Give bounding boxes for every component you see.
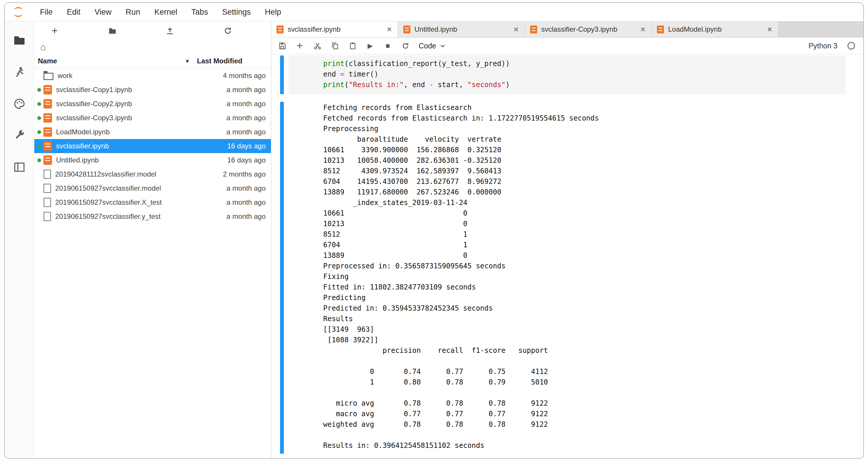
notebook-icon [43,99,52,108]
code-cell: print(classification_report(y_test, y_pr… [280,56,846,94]
close-icon[interactable]: × [767,25,773,34]
interrupt-kernel-button[interactable]: ■ [383,41,392,50]
tab-label: svclassifier-Copy3.ipynb [541,25,636,33]
command-palette-icon[interactable] [13,98,26,110]
close-icon[interactable]: × [513,25,519,34]
notebook-icon [43,141,52,151]
file-name: 201904281112svclassifier.model [55,170,195,178]
file-row[interactable]: 201906150927svcclassifier.X_testa month … [34,195,271,209]
tab-svclassifier.ipynb[interactable]: svclassifier.ipynb× [271,22,398,37]
menu-item-edit[interactable]: Edit [60,8,88,17]
cut-cells-button[interactable] [313,41,322,50]
column-name[interactable]: Name [38,57,57,65]
upload-button[interactable] [165,26,175,36]
menu-item-view[interactable]: View [88,8,119,17]
file-row[interactable]: svclassifier-Copy2.ipynba month ago [34,97,271,111]
file-icon [43,169,51,179]
menu-item-run[interactable]: Run [119,8,147,17]
restart-kernel-button[interactable] [401,41,410,50]
file-name: 201906150927svcclassifier.model [55,184,195,192]
file-modified: 2 months ago [195,170,268,178]
chevron-down-icon [440,43,445,49]
kernel-running-dot [37,88,41,92]
file-row[interactable]: LoadModel.ipynba month ago [34,125,271,139]
notebook-toolbar: + ▶ ■ Code [271,37,863,54]
file-modified: a month ago [195,86,268,94]
notebook-icon [43,156,52,165]
file-name: svclassifier-Copy1.ipynb [56,86,195,94]
file-list: work4 months agosvclassifier-Copy1.ipynb… [34,69,271,458]
file-row[interactable]: svclassifier.ipynb16 days ago [34,139,271,153]
new-launcher-button[interactable]: + [50,26,60,36]
menu-item-tabs[interactable]: Tabs [184,8,215,17]
file-modified: a month ago [195,184,268,192]
column-last-modified[interactable]: Last Modified [190,57,268,65]
menu-bar: FileEditViewRunKernelTabsSettingsHelp [5,3,863,22]
file-row[interactable]: work4 months ago [34,69,271,83]
tab-label: LoadModel.ipynb [668,25,762,33]
file-row[interactable]: Untitled.ipynb16 days ago [34,153,271,167]
new-folder-button[interactable] [107,26,117,36]
cell-type-value: Code [418,42,436,50]
file-icon [43,212,51,221]
kernel-status-icon[interactable] [847,42,855,49]
cell-type-dropdown[interactable]: Code [418,42,445,50]
running-sessions-icon[interactable] [13,66,26,78]
copy-cells-button[interactable] [331,41,339,50]
code-editor[interactable]: print(classification_report(y_test, y_pr… [288,56,846,94]
tab-bar: svclassifier.ipynb×Untitled.ipynb×svclas… [271,22,863,37]
output-text: Fetching records from Elasticsearch Fetc… [323,102,840,451]
file-browser-icon[interactable] [13,34,26,46]
file-row[interactable]: svclassifier-Copy1.ipynba month ago [34,83,271,97]
file-name: svclassifier-Copy2.ipynb [56,100,195,108]
file-row[interactable]: svclassifier-Copy3.ipynba month ago [34,111,271,125]
kernel-running-dot [37,144,41,148]
close-icon[interactable]: × [386,25,393,34]
jupyterlab-window: FileEditViewRunKernelTabsSettingsHelp [4,2,864,459]
tab-LoadModel.ipynb[interactable]: LoadModel.ipynb× [652,22,778,37]
file-modified: a month ago [195,198,268,206]
file-row[interactable]: 201906150927svcclassifier.modela month a… [34,181,271,195]
save-button[interactable] [278,41,286,50]
paste-cells-button[interactable] [348,41,357,50]
menu-item-help[interactable]: Help [258,8,288,17]
notebook-icon [43,127,52,137]
tab-label: Untitled.ipynb [414,25,509,33]
file-modified: a month ago [195,100,268,108]
close-icon[interactable]: × [640,25,646,34]
breadcrumb: ⌂ [34,40,271,54]
main-area: svclassifier.ipynb×Untitled.ipynb×svclas… [271,22,863,458]
file-row[interactable]: 201904281112svclassifier.model2 months a… [34,167,271,181]
file-modified: a month ago [195,212,268,221]
file-row[interactable]: 201906150927svcclassifier.y_testa month … [34,209,271,224]
file-modified: 4 months ago [195,72,268,80]
sort-caret-icon: ▾ [186,58,189,65]
file-name: 201906150927svcclassifier.X_test [55,198,195,206]
menu-item-file[interactable]: File [33,8,60,17]
open-tabs-icon[interactable] [13,161,26,173]
menu-item-kernel[interactable]: Kernel [147,8,184,17]
file-name: svclassifier-Copy3.ipynb [56,114,195,122]
kernel-running-dot [37,130,41,134]
home-icon[interactable]: ⌂ [40,42,46,52]
file-modified: 16 days ago [195,156,268,164]
output-collapser[interactable] [280,102,284,454]
kernel-running-dot [37,158,41,162]
jupyter-logo [12,6,25,19]
file-name: Untitled.ipynb [56,156,195,164]
property-inspector-wrench-icon[interactable] [13,129,26,142]
menu-item-settings[interactable]: Settings [215,8,258,17]
run-cell-button[interactable]: ▶ [366,41,375,50]
refresh-file-list-button[interactable] [223,26,233,36]
tab-svclassifier-Copy3.ipynb[interactable]: svclassifier-Copy3.ipynb× [525,22,652,37]
notebook-icon [43,113,52,123]
kernel-name[interactable]: Python 3 [808,42,837,50]
file-list-header: Name ▾ Last Modified [34,54,271,69]
cell-collapser[interactable] [280,56,284,94]
kernel-running-dot [37,116,41,120]
tab-Untitled.ipynb[interactable]: Untitled.ipynb× [398,22,525,37]
file-name: 201906150927svcclassifier.y_test [55,212,195,221]
tab-label: svclassifier.ipynb [288,25,382,33]
insert-cell-button[interactable]: + [295,41,304,50]
notebook-content: print(classification_report(y_test, y_pr… [271,54,863,458]
